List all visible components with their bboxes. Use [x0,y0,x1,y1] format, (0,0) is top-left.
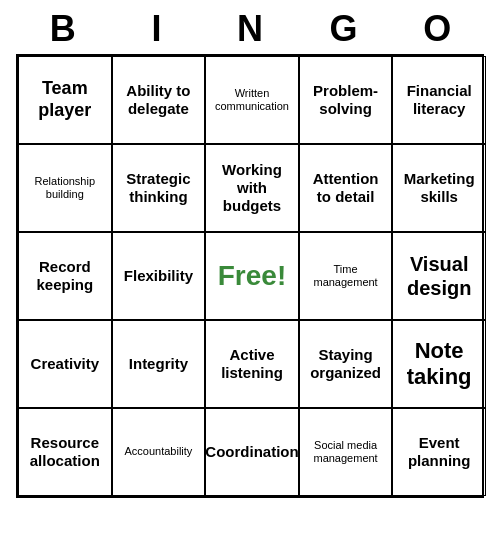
bingo-grid: Team playerAbility to delegateWritten co… [16,54,484,498]
cell-r2-c3: Time management [299,232,393,320]
cell-r2-c1: Flexibility [112,232,206,320]
bingo-letter-n: N [206,8,294,50]
cell-r0-c1: Ability to delegate [112,56,206,144]
cell-r4-c0: Resource allocation [18,408,112,496]
cell-r4-c1: Accountability [112,408,206,496]
cell-r4-c3: Social media management [299,408,393,496]
cell-r2-c2: Free! [205,232,299,320]
cell-r0-c4: Financial literacy [392,56,486,144]
cell-r0-c0: Team player [18,56,112,144]
bingo-letter-i: I [112,8,200,50]
bingo-header: BINGO [16,0,484,54]
cell-r2-c4: Visual design [392,232,486,320]
cell-r3-c1: Integrity [112,320,206,408]
bingo-letter-g: G [300,8,388,50]
cell-r4-c4: Event planning [392,408,486,496]
cell-r4-c2: Coordination [205,408,299,496]
cell-r1-c0: Relationship building [18,144,112,232]
cell-r3-c0: Creativity [18,320,112,408]
cell-r1-c4: Marketing skills [392,144,486,232]
cell-r0-c3: Problem-solving [299,56,393,144]
cell-r3-c2: Active listening [205,320,299,408]
cell-r3-c4: Note taking [392,320,486,408]
bingo-letter-b: B [19,8,107,50]
cell-r1-c1: Strategic thinking [112,144,206,232]
cell-r1-c3: Attention to detail [299,144,393,232]
cell-r0-c2: Written communication [205,56,299,144]
cell-r1-c2: Working with budgets [205,144,299,232]
cell-r3-c3: Staying organized [299,320,393,408]
cell-r2-c0: Record keeping [18,232,112,320]
bingo-letter-o: O [393,8,481,50]
